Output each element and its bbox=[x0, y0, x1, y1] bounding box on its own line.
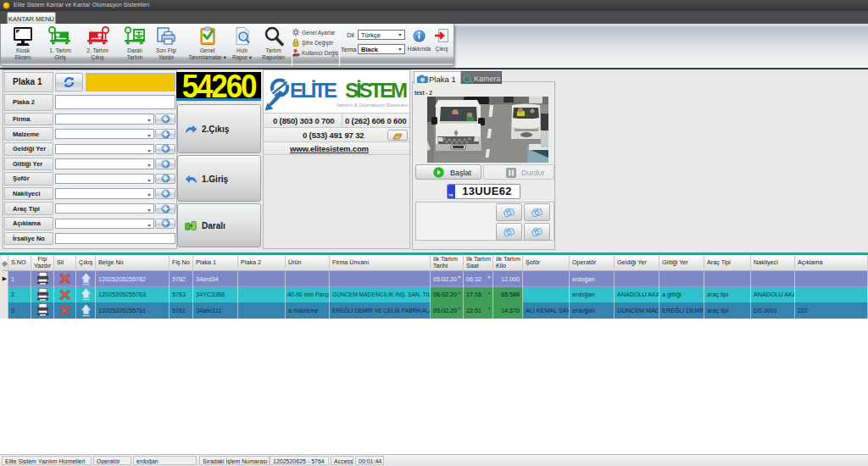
svg-text:. ..: . .. bbox=[442, 157, 445, 161]
svg-text:ELİTE: ELİTE bbox=[290, 79, 337, 102]
svg-text:SİSTEM: SİSTEM bbox=[345, 79, 408, 102]
svg-text:Yazılım & Otomasyon Sistemleri: Yazılım & Otomasyon Sistemleri bbox=[336, 103, 409, 108]
